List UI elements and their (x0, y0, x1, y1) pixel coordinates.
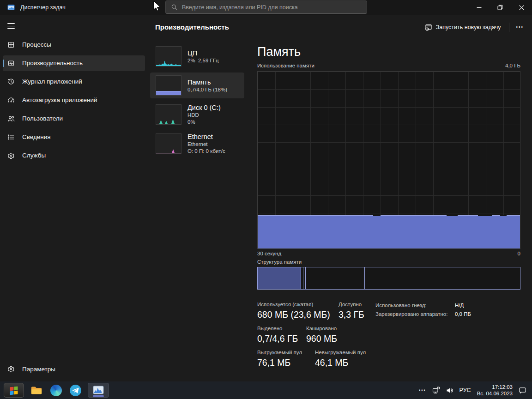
stat-value: 680 МБ (23,6 МБ) (257, 309, 330, 320)
close-button[interactable] (511, 0, 532, 15)
ethernet-sparkline (156, 133, 181, 154)
sidebar-item-label: Журнал приложений (22, 78, 82, 85)
card-memory-title: Память (187, 78, 227, 86)
memory-composition-label: Структура памяти (257, 259, 520, 265)
memory-usage-chart (257, 71, 520, 249)
stat-value: 960 МБ (306, 333, 337, 344)
search-icon (171, 4, 177, 10)
memory-panel: Память Использование памяти 4,0 ГБ (257, 39, 520, 381)
run-new-task-icon (425, 24, 432, 31)
network-tray-icon[interactable] (432, 387, 440, 394)
sidebar-item-label: Пользователи (22, 115, 63, 122)
card-cpu[interactable]: ЦП 2% 2,59 ГГц (150, 43, 244, 69)
card-cpu-stats: 2% 2,59 ГГц (187, 57, 219, 64)
memory-usage-label: Использование памяти (257, 63, 314, 68)
windows-logo-icon (9, 385, 19, 395)
disk-sparkline (156, 104, 181, 125)
run-new-task-button[interactable]: Запустить новую задачу (421, 21, 505, 33)
menu-toggle-button[interactable] (7, 23, 15, 29)
sidebar-item-label: Процессы (22, 41, 51, 48)
page-title: Производительность (155, 23, 229, 31)
detail-value: Н/Д (455, 301, 464, 310)
minimize-button[interactable] (468, 0, 490, 15)
card-disk-title: Диск 0 (C:) (187, 103, 221, 112)
composition-in-use-segment (258, 267, 301, 289)
card-memory[interactable]: Память 0,7/4,0 ГБ (18%) (150, 73, 244, 98)
card-ethernet-type: Ethernet (187, 141, 225, 148)
stat-value: 46,1 МБ (315, 357, 366, 368)
performance-card-list: ЦП 2% 2,59 ГГц Память 0,7/4,0 ГБ (18%) (150, 39, 244, 381)
history-clock-icon (7, 78, 15, 85)
tray-overflow-button[interactable]: ••• (419, 388, 426, 393)
stat-label: Выделено (257, 325, 298, 332)
stat-label: Используется (сжатая) (257, 301, 330, 308)
sidebar-item-users[interactable]: Пользователи (3, 111, 145, 127)
sidebar-item-label: Производительность (22, 60, 83, 66)
volume-tray-icon[interactable] (446, 387, 453, 394)
composition-modified-segment (303, 267, 306, 289)
detail-label: Использовано гнезд: (375, 301, 455, 310)
app-icon (7, 4, 15, 11)
header-divider (509, 23, 509, 32)
sidebar-item-startup-apps[interactable]: Автозагрузка приложений (3, 92, 145, 108)
stat-value: 76,1 МБ (257, 357, 302, 368)
restore-button[interactable] (490, 0, 511, 15)
sidebar-item-details[interactable]: Сведения (3, 129, 145, 145)
edge-browser-icon[interactable] (49, 383, 63, 397)
sidebar-item-label: Автозагрузка приложений (22, 97, 97, 103)
detail-label: Зарезервировано аппаратно: (375, 310, 455, 319)
start-button[interactable] (4, 383, 24, 398)
notification-center-icon[interactable] (519, 387, 526, 394)
language-indicator[interactable]: РУС (459, 387, 471, 393)
task-manager-taskbar-button[interactable] (88, 383, 109, 398)
sidebar-item-settings[interactable]: Параметры (3, 361, 145, 377)
card-ethernet[interactable]: Ethernet Ethernet О: 0 П: 0 кбит/с (150, 131, 244, 157)
stat-label: Кэшировано (306, 325, 337, 332)
card-cpu-title: ЦП (187, 49, 219, 57)
more-options-button[interactable]: ••• (514, 23, 526, 31)
card-disk-type: HDD (187, 112, 221, 119)
sidebar: Процессы Производительность (0, 15, 148, 381)
memory-details: Использовано гнезд: Н/Д Зарезервировано … (375, 301, 471, 319)
users-icon (7, 115, 15, 122)
card-ethernet-title: Ethernet (187, 133, 225, 141)
sidebar-item-app-history[interactable]: Журнал приложений (3, 74, 145, 90)
stat-value: 0,7/4,6 ГБ (257, 333, 298, 344)
sidebar-item-processes[interactable]: Процессы (3, 37, 145, 53)
search-input[interactable] (181, 4, 367, 11)
sidebar-item-label: Параметры (22, 366, 55, 373)
file-explorer-icon[interactable] (30, 383, 43, 397)
taskbar-clock[interactable]: 17:12:03 Вс. 04.06.2023 (477, 384, 513, 397)
composition-standby-divider (364, 267, 365, 289)
page-header: Производительность Запустить новую задач… (148, 15, 532, 39)
card-ethernet-traffic: О: 0 П: 0 кбит/с (187, 148, 225, 155)
search-box[interactable] (165, 0, 367, 14)
sidebar-item-label: Службы (22, 152, 46, 159)
processes-icon (7, 41, 15, 48)
stat-label: Выгружаемый пул (257, 349, 302, 356)
taskbar: ••• РУС 17:12:03 Вс. 04.06.202 (0, 381, 532, 399)
window-titlebar: Диспетчер задач (0, 0, 532, 15)
run-new-task-label: Запустить новую задачу (436, 24, 501, 30)
detail-value: 0,0 ПБ (455, 310, 471, 319)
chart-zero-label: 0 (518, 251, 520, 256)
memory-composition-bar (257, 267, 520, 290)
memory-sparkline (156, 75, 181, 96)
clock-date: Вс. 04.06.2023 (477, 390, 513, 397)
telegram-icon[interactable] (68, 383, 82, 397)
sidebar-item-services[interactable]: Службы (3, 148, 145, 163)
stat-label: Доступно (339, 301, 364, 308)
sidebar-item-label: Сведения (22, 133, 51, 140)
chart-time-label: 30 секунд (257, 251, 281, 256)
card-disk-usage: 0% (187, 119, 221, 126)
window-controls (468, 0, 532, 15)
card-memory-stats: 0,7/4,0 ГБ (18%) (187, 86, 227, 93)
stat-value: 3,3 ГБ (339, 309, 364, 320)
card-disk[interactable]: Диск 0 (C:) HDD 0% (150, 102, 244, 127)
memory-max-label: 4,0 ГБ (505, 63, 520, 68)
cpu-sparkline (156, 46, 181, 66)
task-manager-icon (93, 386, 104, 395)
memory-title: Память (257, 45, 520, 59)
task-manager-screen: Диспетчер задач (0, 0, 532, 399)
sidebar-item-performance[interactable]: Производительность (3, 55, 145, 71)
